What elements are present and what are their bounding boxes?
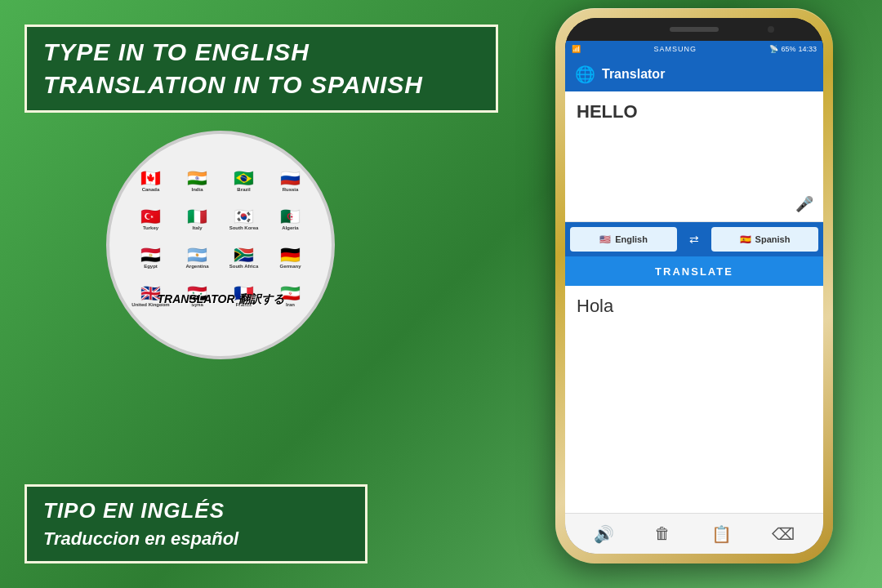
app-header: 🌐 Translator — [565, 57, 823, 91]
flag-cell: 🇩🇿Algeria — [269, 208, 313, 244]
lang-row: 🇺🇸 English ⇄ 🇪🇸 Spanish — [565, 222, 823, 256]
bottom-toolbar: 🔊 🗑 📋 ⌫ — [565, 513, 823, 554]
output-text: Hola — [577, 296, 812, 317]
phone-camera — [768, 26, 774, 33]
translator-logo: 🇨🇦Canada🇮🇳India🇧🇷Brazil🇷🇺Russia🇹🇷Turkey🇮… — [106, 131, 335, 359]
brand-label: SAMSUNG — [653, 45, 697, 53]
flag-cell: 🇷🇺Russia — [269, 170, 313, 206]
copy-btn[interactable]: 📋 — [711, 524, 732, 544]
battery-pct: 65% — [781, 45, 795, 53]
bottom-line1: TIPO EN INGLÉS — [43, 498, 349, 523]
phone-outer: 📶 SAMSUNG 📡 65% 14:33 🌐 Translator HELLO — [555, 8, 833, 564]
status-left: 📶 — [572, 45, 581, 53]
erase-btn[interactable]: ⌫ — [772, 524, 795, 544]
phone-top-bar — [565, 18, 823, 41]
status-bar: 📶 SAMSUNG 📡 65% 14:33 — [565, 41, 823, 57]
top-line1: TYPE IN TO ENGLISH — [43, 38, 479, 66]
network-icon: 📶 — [572, 45, 581, 53]
bottom-text-box: TIPO EN INGLÉS Traduccion en español — [24, 484, 368, 564]
input-area[interactable]: HELLO 🎤 — [565, 91, 823, 222]
status-right: 📡 65% 14:33 — [769, 45, 817, 53]
output-area: Hola — [565, 286, 823, 513]
phone-screen: 📶 SAMSUNG 📡 65% 14:33 🌐 Translator HELLO — [565, 18, 823, 554]
flag-cell: 🇩🇪Germany — [269, 247, 313, 283]
target-lang-label: Spanish — [755, 234, 791, 244]
top-line2: TRANSLATION IN TO SPANISH — [43, 71, 479, 99]
flag-cell: 🇰🇷South Korea — [222, 208, 266, 244]
mic-icon[interactable]: 🎤 — [795, 195, 813, 213]
screen-content: HELLO 🎤 🇺🇸 English ⇄ 🇪🇸 Spanish — [565, 91, 823, 554]
flag-cell: 🇮🇹Italy — [176, 208, 220, 244]
flag-cell: 🇨🇦Canada — [129, 170, 173, 206]
flag-cell: 🇹🇷Turkey — [129, 208, 173, 244]
source-flag: 🇺🇸 — [599, 234, 611, 245]
swap-btn[interactable]: ⇄ — [682, 227, 706, 252]
wifi-icon: 📡 — [769, 45, 778, 53]
logo-text: TRANSLATOR 翻訳する — [157, 292, 283, 307]
source-lang-label: English — [615, 234, 648, 244]
input-text: HELLO — [577, 101, 812, 122]
globe-icon: 🌐 — [575, 65, 595, 84]
trash-btn[interactable]: 🗑 — [654, 524, 670, 543]
top-text-box: TYPE IN TO ENGLISH TRANSLATION IN TO SPA… — [24, 24, 498, 113]
flag-cell: 🇪🇬Egypt — [129, 247, 173, 283]
flag-cell: 🇦🇷Argentina — [176, 247, 220, 283]
target-lang-btn[interactable]: 🇪🇸 Spanish — [711, 227, 818, 252]
clock: 14:33 — [798, 45, 817, 53]
volume-btn[interactable]: 🔊 — [594, 524, 614, 544]
app-title: Translator — [602, 67, 665, 82]
phone-container: 📶 SAMSUNG 📡 65% 14:33 🌐 Translator HELLO — [555, 8, 849, 580]
translate-button[interactable]: TRANSLATE — [565, 256, 823, 286]
source-lang-btn[interactable]: 🇺🇸 English — [570, 227, 677, 252]
target-flag: 🇪🇸 — [740, 234, 751, 245]
bottom-line2: Traduccion en español — [43, 528, 349, 550]
flag-cell: 🇮🇳India — [176, 170, 220, 206]
phone-speaker — [670, 27, 719, 32]
flag-cell: 🇧🇷Brazil — [222, 170, 266, 206]
flag-cell: 🇿🇦South Africa — [222, 247, 266, 283]
